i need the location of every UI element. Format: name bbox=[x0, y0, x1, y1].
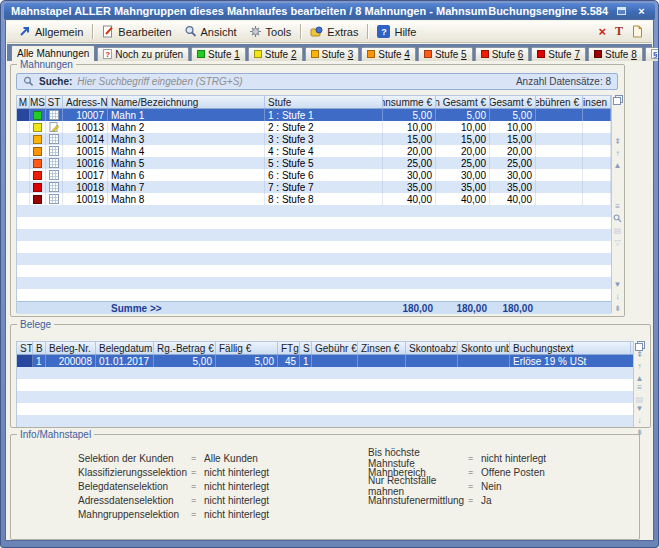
column-header[interactable]: Buchungstext bbox=[510, 342, 631, 354]
menu-ansicht[interactable]: Ansicht bbox=[178, 23, 243, 40]
mahnung-row[interactable]: 10007Mahn 11 : Stufe 15,005,005,00 bbox=[17, 109, 611, 121]
menu-allgemein[interactable]: Allgemein bbox=[12, 23, 89, 40]
column-header[interactable]: Name/Bezeichnung bbox=[108, 96, 265, 108]
s-cell: 1 bbox=[300, 355, 312, 367]
column-header[interactable]: Fällig Gesamt € bbox=[490, 96, 536, 108]
adress-nr-cell: 10015 bbox=[63, 145, 108, 157]
mahnung-row[interactable]: 10018Mahn 77 : Stufe 735,0035,0035,00 bbox=[17, 181, 611, 193]
mahnsumme-cell: 15,00 bbox=[383, 133, 436, 145]
menu-extras[interactable]: Extras bbox=[304, 23, 364, 40]
title-bar[interactable]: Mahnstapel ALLER Mahngruppen dieses Mahn… bbox=[4, 3, 655, 19]
toolbar-separator bbox=[300, 24, 301, 39]
name-cell: Mahn 1 bbox=[108, 109, 265, 121]
scroll-top-icon[interactable]: ⇞ bbox=[614, 137, 621, 146]
close-button[interactable]: × bbox=[635, 5, 648, 17]
mahnung-row[interactable]: 10015Mahn 44 : Stufe 420,0020,0020,00 bbox=[17, 145, 611, 157]
scroll-bottom-icon[interactable]: ⇟ bbox=[614, 304, 621, 313]
column-header[interactable]: MS bbox=[30, 96, 46, 108]
marker-cell bbox=[17, 181, 30, 193]
tab-stufe-3[interactable]: Stufe 3 bbox=[305, 47, 360, 61]
export-icon[interactable]: ▤ bbox=[636, 395, 644, 404]
columns-icon[interactable]: ≡ bbox=[615, 202, 620, 211]
mahnung-row[interactable]: 10019Mahn 88 : Stufe 840,0040,0040,00 bbox=[17, 193, 611, 205]
column-header[interactable]: Skonto unber. € bbox=[458, 342, 510, 354]
move-up-icon[interactable]: ↑ bbox=[637, 362, 641, 371]
tab-stufe-5[interactable]: Stufe 5 bbox=[418, 47, 473, 61]
filter-icon[interactable]: ▽ bbox=[614, 238, 620, 247]
adress-nr-cell: 10019 bbox=[63, 193, 108, 205]
tab-stufe-8[interactable]: Stufe 8 bbox=[588, 47, 643, 61]
stufe-cell: 1 : Stufe 1 bbox=[265, 109, 383, 121]
grid-icon bbox=[49, 170, 59, 180]
column-header[interactable]: M bbox=[17, 96, 30, 108]
tab-stufe-2[interactable]: Stufe 2 bbox=[248, 47, 303, 61]
menu-hilfe[interactable]: ? Hilfe bbox=[371, 23, 422, 40]
column-header[interactable]: ST bbox=[46, 96, 63, 108]
tab-stufe-4[interactable]: Stufe 4 bbox=[361, 47, 416, 61]
search-input[interactable] bbox=[77, 76, 511, 87]
move-down-icon[interactable]: ↓ bbox=[615, 292, 619, 301]
mahnung-row[interactable]: 10014Mahn 33 : Stufe 315,0015,0015,00 bbox=[17, 133, 611, 145]
column-header[interactable]: Gebühren € bbox=[536, 96, 583, 108]
tab-stufe-7[interactable]: Stufe 7 bbox=[531, 47, 586, 61]
column-header[interactable]: Gebühr € bbox=[312, 342, 358, 354]
skonto-unber-cell bbox=[458, 355, 510, 367]
column-header[interactable]: Fällig € bbox=[216, 342, 278, 354]
column-header[interactable]: Mahnsumme € bbox=[383, 96, 436, 108]
columns-icon[interactable]: ≡ bbox=[637, 383, 642, 392]
status-icon-cell bbox=[46, 193, 63, 205]
export-icon[interactable]: ▤ bbox=[614, 226, 622, 235]
belege-scroll-strip: ⇞ ↑ ▲ ≡ ▤ ▼ ↓ ⇟ bbox=[633, 341, 646, 427]
stufe-color-icon bbox=[311, 50, 319, 58]
scroll-top-icon[interactable]: ⇞ bbox=[636, 350, 643, 359]
copy-grid-icon[interactable] bbox=[635, 341, 645, 350]
copy-grid-icon[interactable] bbox=[613, 95, 623, 104]
move-up-icon[interactable]: ↑ bbox=[615, 149, 619, 158]
toolbar-text-icon[interactable]: T bbox=[615, 24, 623, 39]
page-up-icon[interactable]: ▲ bbox=[614, 161, 622, 170]
page-down-icon[interactable]: ▼ bbox=[614, 280, 622, 289]
column-header[interactable]: S bbox=[300, 342, 312, 354]
belege-header[interactable]: ST B Beleg-Nr. Belegdatum Rg.-Betrag € F… bbox=[17, 342, 633, 355]
column-header[interactable]: Belegdatum bbox=[96, 342, 154, 354]
column-header[interactable]: FTg bbox=[278, 342, 300, 354]
mahnung-row[interactable]: 10017Mahn 66 : Stufe 630,0030,0030,00 bbox=[17, 169, 611, 181]
restore-icon bbox=[617, 7, 626, 15]
column-header[interactable]: ST bbox=[17, 342, 33, 354]
faellig-cell: 15,00 bbox=[490, 133, 536, 145]
tab-noch-zu-pr-fen[interactable]: ?Noch zu prüfen bbox=[97, 47, 189, 61]
mahnstufe-color-cell bbox=[30, 121, 46, 133]
grid-search-icon[interactable] bbox=[613, 214, 622, 223]
column-header[interactable]: B bbox=[33, 342, 46, 354]
stufe-cell: 7 : Stufe 7 bbox=[265, 181, 383, 193]
column-header[interactable]: Rg.-Betrag € bbox=[154, 342, 216, 354]
mahnungen-header[interactable]: M MS ST Adress-Nr. Name/Bezeichnung Stuf… bbox=[17, 96, 611, 109]
page-edit-icon bbox=[49, 122, 59, 132]
column-header[interactable]: Skontoabzug € bbox=[406, 342, 458, 354]
new-page-icon[interactable] bbox=[632, 25, 643, 38]
empty-row bbox=[17, 289, 611, 301]
tab-stufe-6[interactable]: Stufe 6 bbox=[475, 47, 530, 61]
restore-button[interactable] bbox=[615, 5, 628, 17]
column-header[interactable]: Zinsen bbox=[583, 96, 611, 108]
mahnung-row[interactable]: 10016Mahn 55 : Stufe 525,0025,0025,00 bbox=[17, 157, 611, 169]
menu-tools[interactable]: Tools bbox=[243, 23, 298, 40]
tab-rechtsf-lle[interactable]: §Rechtsfälle bbox=[645, 47, 659, 61]
column-header[interactable]: Adress-Nr. bbox=[63, 96, 108, 108]
sum-offen: 180,00 bbox=[436, 302, 490, 314]
column-header[interactable]: Stufe bbox=[265, 96, 383, 108]
stufe-color-icon bbox=[537, 50, 545, 58]
mahnung-row[interactable]: 10013Mahn 22 : Stufe 210,0010,0010,00 bbox=[17, 121, 611, 133]
column-header[interactable]: Beleg-Nr. bbox=[46, 342, 96, 354]
toolbar-close-icon[interactable]: × bbox=[598, 26, 606, 38]
column-header[interactable]: Zinsen € bbox=[358, 342, 406, 354]
tab-stufe-1[interactable]: Stufe 1 bbox=[191, 47, 246, 61]
menu-bearbeiten[interactable]: Bearbeiten bbox=[96, 23, 177, 40]
toolbar-separator bbox=[92, 24, 93, 39]
column-header[interactable]: Offen Gesamt € bbox=[436, 96, 490, 108]
move-down-icon[interactable]: ↓ bbox=[637, 416, 641, 425]
page-up-icon[interactable]: ▲ bbox=[636, 374, 644, 383]
offen-cell: 35,00 bbox=[436, 181, 490, 193]
page-down-icon[interactable]: ▼ bbox=[636, 404, 644, 413]
beleg-row[interactable]: 120000801.01.20175,005,00451Erlöse 19 % … bbox=[17, 355, 633, 367]
